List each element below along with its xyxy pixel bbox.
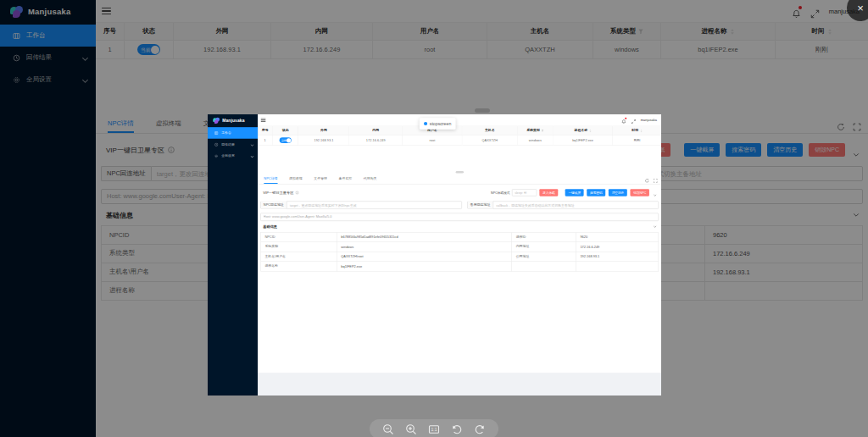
panel-resize-handle xyxy=(455,171,463,174)
fullscreen-icon xyxy=(631,118,636,123)
backup-address-group: 备用回连地址 xyxy=(467,201,659,208)
toast-text: stopscreen xyxy=(430,121,452,126)
callback-address-label: NPC回连地址 xyxy=(260,201,287,208)
sidebar-item-label: 工作台 xyxy=(221,130,231,135)
cell-process: bq1IFEP2.exe xyxy=(554,136,614,145)
preview-screenshot-content: Manjusaka 工作台 回传结果 全局设置 xyxy=(208,114,661,396)
backup-address-label: 备用回连地址 xyxy=(467,201,492,208)
info-value: 192.168.93.1 xyxy=(576,252,659,261)
menu-collapse-icon xyxy=(261,118,266,122)
chevron-down-icon xyxy=(251,155,253,158)
cell-index: 1 xyxy=(258,136,273,145)
topbar: manjusaka xyxy=(258,114,661,126)
info-value: 9620 xyxy=(576,232,659,241)
brand-logo: Manjusaka xyxy=(208,114,258,126)
topbar-right: manjusaka xyxy=(621,118,657,123)
clear-history-button: 清空历史 xyxy=(609,189,627,196)
rotate-left-icon[interactable] xyxy=(451,423,463,435)
filter-icon xyxy=(541,130,543,133)
detail-tabs: NPC详情 虚拟终端 文件管理 事件监控 代理相关 xyxy=(258,174,661,184)
svg-text:1:1: 1:1 xyxy=(431,427,437,432)
tab-proxy: 代理相关 xyxy=(364,177,377,184)
preview-image[interactable]: Manjusaka 工作台 回传结果 全局设置 xyxy=(208,114,661,396)
zoom-out-icon[interactable] xyxy=(382,423,394,435)
cell-user: root xyxy=(403,136,463,145)
brand-name: Manjusaka xyxy=(222,118,244,123)
info-label: NPCID xyxy=(261,232,337,241)
notification-toast: stopscreen xyxy=(420,118,456,130)
zoom-in-icon[interactable] xyxy=(405,423,417,435)
username: manjusaka xyxy=(641,118,657,122)
sleep-seconds-input xyxy=(512,189,537,196)
tab-event-monitor: 事件监控 xyxy=(339,177,353,184)
sleep-mode-label: NPC休眠模式 xyxy=(491,191,509,195)
rotate-right-icon[interactable] xyxy=(474,423,486,435)
callback-address-input xyxy=(287,201,462,208)
action-row: VIP一键日卫星专区 NPC休眠模式 进入休眠 一键截屏 搜索密码 清空历史 销… xyxy=(258,187,661,199)
chevron-down-icon xyxy=(251,143,253,146)
refresh-icon xyxy=(645,177,649,181)
bell-icon xyxy=(621,118,626,123)
section-chevron-icon xyxy=(654,225,657,229)
main-content: manjusaka 序号 状态 外网 内网 用户名 主机名 系统类型 xyxy=(258,114,661,373)
col-header-time: 时间 xyxy=(613,126,661,136)
table-empty-space xyxy=(258,146,661,170)
info-value: b67885f4a985d1ad891efe09655315cd xyxy=(337,232,512,241)
workbench-icon xyxy=(214,131,219,136)
close-icon: × xyxy=(857,3,864,14)
collapse-chevron-icon xyxy=(654,191,657,194)
expand-icon xyxy=(654,177,658,181)
callback-form-row: NPC回连地址 备用回连地址 xyxy=(258,201,661,208)
sort-icon xyxy=(589,130,592,133)
screenshot-button: 一键截屏 xyxy=(565,189,584,196)
info-label xyxy=(512,262,576,271)
toggle-knob xyxy=(287,138,291,142)
sidebar-nav: 工作台 回传结果 全局设置 xyxy=(208,127,258,162)
vip-zone-title: VIP一键日卫星专区 xyxy=(263,191,298,196)
basic-info-header: 基础信息 xyxy=(258,224,661,231)
basic-info-grid: NPCID b67885f4a985d1ad891efe09655315cd 进… xyxy=(260,232,659,272)
cell-host: QAXXTZH xyxy=(462,136,517,145)
info-label: 主机名\用户名 xyxy=(261,252,337,261)
col-header-os: 系统类型 xyxy=(518,126,554,136)
npc-table: 序号 状态 外网 内网 用户名 主机名 系统类型 进程名称 xyxy=(258,126,661,145)
col-header-status: 状态 xyxy=(273,126,298,136)
enter-sleep-button: 进入休眠 xyxy=(539,189,558,196)
callback-address-group: NPC回连地址 xyxy=(260,201,462,208)
info-value: windows xyxy=(337,242,512,252)
info-label: 进程名称 xyxy=(261,262,337,271)
clock-icon xyxy=(214,142,219,147)
destroy-npc-button: 销毁NPC xyxy=(631,189,649,196)
sidebar-item-results: 回传结果 xyxy=(208,139,258,151)
info-label: 进程ID xyxy=(512,232,576,241)
info-label: 系统类型 xyxy=(261,242,337,252)
tab-file-manager: 文件管理 xyxy=(314,177,327,184)
cell-os: windows xyxy=(518,136,554,145)
notification-dot xyxy=(625,117,626,119)
info-value: bq1IFEP2.exe xyxy=(337,262,512,271)
info-label: 内网地址 xyxy=(512,242,576,252)
backup-address-input xyxy=(492,201,658,208)
col-header-host: 主机名 xyxy=(462,126,517,136)
manjusaka-logo-icon xyxy=(213,117,220,123)
one-to-one-icon[interactable]: 1:1 xyxy=(428,423,440,435)
current-status-toggle: 当前 xyxy=(280,137,292,143)
tabs-tools xyxy=(645,177,658,181)
col-header-process: 进程名称 xyxy=(554,126,614,136)
cell-lan: 172.16.6.249 xyxy=(349,136,403,145)
preview-toolbar: 1:1 xyxy=(370,419,498,437)
col-header-lan: 内网 xyxy=(349,126,403,136)
sidebar: Manjusaka 工作台 回传结果 全局设置 xyxy=(208,114,258,396)
sidebar-item-workbench: 工作台 xyxy=(208,127,258,139)
gear-icon xyxy=(214,154,219,158)
cell-wan: 192.168.93.1 xyxy=(298,136,349,145)
info-label: 公网地址 xyxy=(512,252,576,261)
tab-virtual-terminal: 虚拟终端 xyxy=(289,177,303,184)
cell-status: 当前 xyxy=(273,136,298,145)
cell-time: 刚刚 xyxy=(613,136,661,145)
info-value: 172.16.6.249 xyxy=(576,242,659,252)
host-header-input xyxy=(260,213,659,220)
info-value xyxy=(576,262,659,271)
table-header-row: 序号 状态 外网 内网 用户名 主机名 系统类型 进程名称 xyxy=(258,126,661,136)
col-header-index: 序号 xyxy=(258,126,273,136)
